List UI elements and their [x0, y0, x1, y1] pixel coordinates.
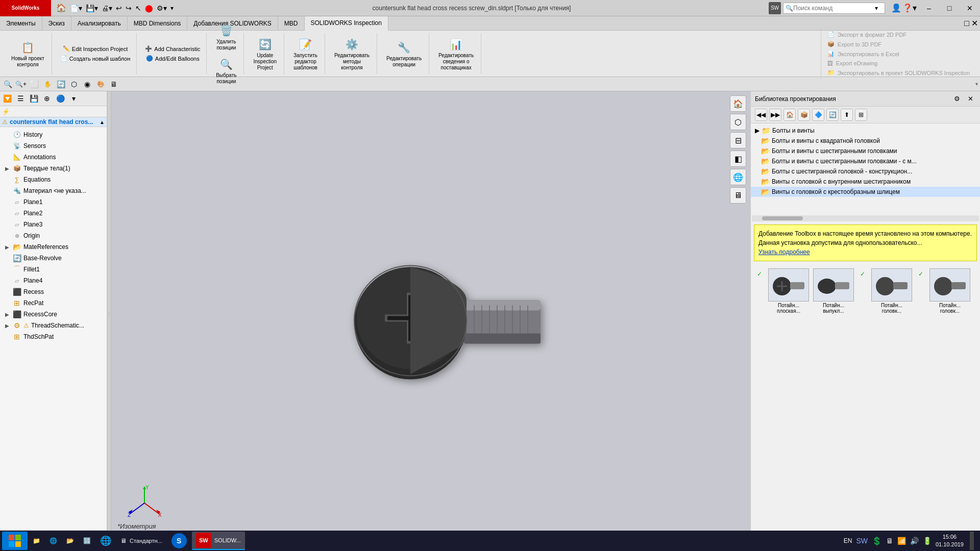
tree-root-item[interactable]: ⚠ countersunk flat head cros... ▲	[0, 117, 107, 127]
rp-scrollbar[interactable]	[752, 215, 979, 221]
select-icon[interactable]: ↖	[134, 3, 142, 13]
close-button[interactable]: ✕	[960, 0, 980, 16]
stop-icon[interactable]: ⬤	[144, 3, 154, 13]
command-search-input[interactable]	[793, 5, 875, 12]
tree-item-recesscore[interactable]: ▶ ⬛ RecessCore	[0, 309, 107, 320]
section-view-btn[interactable]: ⊟	[730, 132, 746, 148]
nav-refresh-btn[interactable]: 🔄	[826, 109, 839, 121]
save-icon[interactable]: 💾▾	[85, 3, 99, 13]
edit-inspection-btn[interactable]: ✏️ Edit Inspection Project	[61, 44, 130, 53]
export-3d-pdf-btn[interactable]: 📦 Export to 3D PDF	[825, 40, 972, 48]
tree-item-sensors[interactable]: 📡 Sensors	[0, 140, 107, 152]
options-icon[interactable]: ⚙▾	[156, 3, 168, 13]
delete-positions-btn[interactable]: 🗑️ Удалитьпозиции	[213, 20, 239, 53]
expand-ribbon-icon[interactable]: ▾	[169, 4, 175, 13]
thumbnail-1[interactable]: Потайн...плоская...	[768, 268, 809, 314]
tab-elements[interactable]: Элементы	[0, 16, 42, 30]
search-dropdown-icon[interactable]: ▾	[875, 5, 878, 12]
nav-3d-btn[interactable]: 🔷	[812, 109, 824, 121]
tray-en-icon[interactable]: EN	[844, 537, 852, 544]
panel-close-btn[interactable]: ✕	[965, 93, 976, 105]
scenes-btn[interactable]: 🌐	[730, 169, 746, 185]
maximize-button[interactable]: □	[939, 0, 960, 16]
zoom-to-fit-btn[interactable]: 🔍	[2, 79, 13, 90]
export-sw-inspection-btn[interactable]: 📁 Экспортировать в проект SOLIDWORKS Ins…	[825, 68, 972, 77]
rp-tree-cross-recess[interactable]: 📂 Винты с головкой с крестообразным шлиц…	[751, 187, 980, 197]
thumbnail-3[interactable]: Потайн...головк...	[871, 268, 912, 314]
taskbar-s-app[interactable]: S	[167, 532, 191, 550]
tree-item-thdschpat[interactable]: ⊞ ThdSchPat	[0, 331, 107, 342]
taskbar-solidworks[interactable]: SW SOLIDW...	[192, 532, 245, 550]
tree-item-plane4[interactable]: ▱ Plane4	[0, 275, 107, 286]
view-settings-btn[interactable]: 🖥	[730, 187, 746, 204]
tree-item-plane1[interactable]: ▱ Plane1	[0, 196, 107, 208]
filter-icon[interactable]: 🔽	[1, 92, 13, 105]
edit-operations-btn[interactable]: 🔧 Редактироватьоперации	[383, 37, 425, 70]
list-view-icon[interactable]: ☰	[14, 92, 27, 105]
tree-item-plane2[interactable]: ▱ Plane2	[0, 208, 107, 219]
save-panel-icon[interactable]: 💾	[28, 92, 40, 105]
launch-editor-btn[interactable]: 📝 Запуститьредакторшаблонов	[290, 34, 321, 73]
tree-item-matereferences[interactable]: ▶ 📂 MateReferences	[0, 241, 107, 253]
tree-item-solid-bodies[interactable]: ▶ 📦 Твердые тела(1)	[0, 163, 107, 174]
taskbar-browser1[interactable]: 🌐	[45, 532, 61, 550]
tab-mbd-dimensions[interactable]: MBD Dimensions	[128, 16, 188, 30]
zoom-in-btn[interactable]: 🔍+	[15, 79, 27, 90]
tab-sw-inspection[interactable]: SOLIDWORKS Inspection	[305, 16, 388, 31]
tree-item-plane3[interactable]: ▱ Plane3	[0, 219, 107, 230]
taskbar-explorer[interactable]: 📁	[29, 532, 44, 550]
rp-tree-bolts-root[interactable]: ▶ 📁 Болты и винты	[751, 126, 980, 136]
rp-tree-square-head[interactable]: 📂 Болты и винты с квадратной головкой	[751, 136, 980, 146]
tree-item-threadschematic[interactable]: ▶ ⚙ ⚠ ThreadSchematic...	[0, 320, 107, 331]
edit-methods-btn[interactable]: ⚙️ Редактироватьметодыконтроля	[331, 34, 373, 73]
redo-icon[interactable]: ↪	[125, 3, 133, 13]
tree-item-recess[interactable]: ⬛ Recess	[0, 286, 107, 297]
tree-item-material[interactable]: 🔩 Материал <не указа...	[0, 185, 107, 196]
export-edrawing-btn[interactable]: 🖼 Export eDrawing	[825, 59, 972, 67]
display-btn[interactable]: ◉	[82, 79, 93, 90]
update-project-btn[interactable]: 🔄 UpdateInspectionProject	[250, 34, 280, 73]
crosshair-icon[interactable]: ⊕	[41, 92, 53, 105]
panel-resize-handle[interactable]: ⋮	[107, 91, 111, 536]
tree-item-history[interactable]: 🕐 History	[0, 129, 107, 140]
nav-filter-btn[interactable]: ⊞	[855, 109, 867, 121]
home-view-btn[interactable]: 🏠	[730, 95, 746, 112]
more-icon[interactable]: ▾	[67, 92, 80, 105]
render-btn[interactable]: 🖥	[108, 79, 119, 90]
help-icon[interactable]: ❓▾	[902, 3, 917, 13]
taskbar-files[interactable]: 📂	[62, 532, 78, 550]
select-positions-btn[interactable]: 🔍 Выбратьпозиции	[213, 54, 239, 87]
pan-btn[interactable]: ✋	[42, 79, 53, 90]
thumbnail-4[interactable]: Потайн...головк...	[929, 268, 970, 314]
system-clock[interactable]: 15:06 01.10.2019	[936, 533, 964, 549]
minimize-button[interactable]: –	[919, 0, 939, 16]
taskbar-chrome[interactable]: 🌐	[96, 532, 115, 550]
collapse-icon[interactable]: ▲	[100, 119, 105, 125]
add-edit-balloons-btn[interactable]: 🔵 Add/Edit Balloons	[144, 54, 202, 63]
add-characteristic-btn[interactable]: ➕ Add Characteristic	[143, 44, 202, 53]
view-display-btn[interactable]: ◧	[730, 151, 746, 167]
create-template-btn[interactable]: 📄 Создать новый шаблон	[58, 54, 133, 63]
nav-back-btn[interactable]: ◀◀	[755, 109, 767, 121]
tree-item-origin[interactable]: ⊕ Origin	[0, 230, 107, 241]
rp-tree-hex-socket[interactable]: 📂 Винты с головкой с внутренним шестигра…	[751, 177, 980, 187]
view-orient-btn[interactable]: ⬡	[730, 114, 746, 130]
tree-item-equations[interactable]: ∑ Equations	[0, 174, 107, 185]
home-icon[interactable]: 🏠	[55, 2, 67, 14]
tree-item-recpat[interactable]: ⊞ RecPat	[0, 297, 107, 309]
export-2d-pdf-btn[interactable]: 📄 Экспорт в формат 2D PDF	[825, 30, 972, 39]
rotate-btn[interactable]: 🔄	[55, 79, 66, 90]
tab-analyze[interactable]: Анализировать	[71, 16, 128, 30]
nav-forward-btn[interactable]: ▶▶	[769, 109, 781, 121]
start-button[interactable]	[2, 532, 28, 550]
new-project-button[interactable]: 📋 Новый проектконтроля	[8, 37, 47, 70]
nav-home-btn[interactable]: 🏠	[783, 109, 796, 121]
zoom-box-btn[interactable]: ⬜	[29, 79, 40, 90]
tree-item-annotations[interactable]: 📐 Annotations	[0, 152, 107, 163]
show-desktop-btn[interactable]	[970, 532, 974, 550]
export-excel-btn[interactable]: 📊 Экспортировать в Excel	[825, 49, 972, 58]
edit-suppliers-btn[interactable]: 📊 Редактироватьсведения опоставщиках	[435, 34, 477, 73]
user-icon[interactable]: 👤	[891, 3, 901, 13]
tree-item-base-revolve[interactable]: 🔄 Base-Revolve	[0, 253, 107, 264]
undo-icon[interactable]: ↩	[115, 3, 123, 13]
